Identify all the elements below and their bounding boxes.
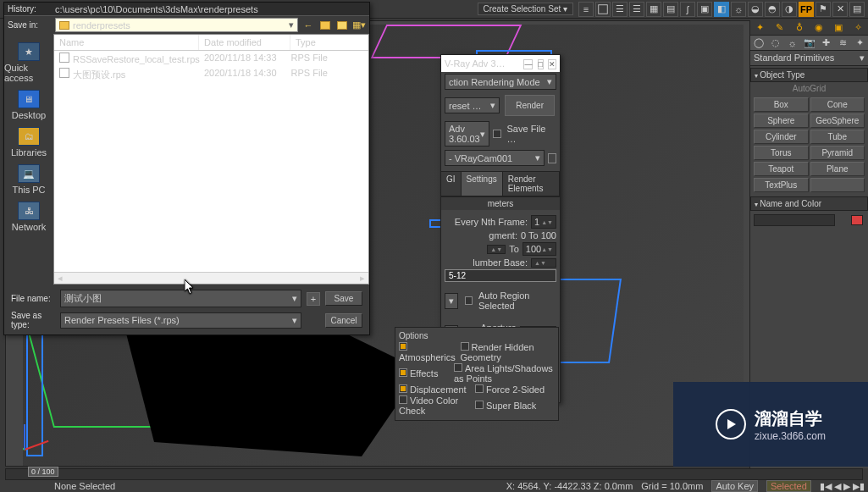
place-desktop[interactable]: 🖥Desktop [12,90,46,120]
toolbar-list-icon[interactable]: ☰ [612,2,628,17]
prim-button[interactable]: Plane [810,162,865,176]
up-icon[interactable] [318,19,332,32]
render-button[interactable]: Render [505,95,555,116]
util-tab-icon[interactable]: ✧ [849,20,868,35]
toolbar-teapot2-icon[interactable]: ◓ [765,2,780,17]
create-tab-icon[interactable]: ✦ [750,20,770,35]
place-libraries[interactable]: 🗂Libraries [11,127,47,158]
autokey-button[interactable]: Auto Key [711,480,758,492]
toolbar-schem-icon[interactable]: ▣ [697,2,712,17]
toolbar-grid-icon[interactable]: ▦ [646,2,661,17]
prim-button[interactable]: TextPlus [754,178,809,192]
file-row[interactable]: 大图预设.rps 2020/11/18 14:30 RPS File [54,66,368,83]
toolbar-teapot3-icon[interactable]: ◑ [782,2,797,17]
file-list-header[interactable]: Name Date modified Type [54,35,368,51]
col-type[interactable]: Type [290,35,368,50]
toolbar-material-icon[interactable]: ◧ [714,2,729,17]
toolbar-teapot1-icon[interactable]: ◒ [748,2,763,17]
keyfilter-button[interactable]: Selected [766,480,811,492]
prim-button[interactable]: Sphere [754,113,809,128]
preset-combo[interactable]: reset …▾ [445,97,500,113]
object-color-swatch[interactable] [851,215,863,225]
opt-check[interactable] [454,363,462,372]
toolbar-fp-icon[interactable]: FP [799,2,814,17]
helper-icon[interactable]: ✚ [817,36,834,50]
toolbar-x-icon[interactable]: ✕ [832,2,848,17]
region-combo[interactable]: ▾ [445,293,458,309]
hierarchy-tab-icon[interactable]: ♁ [789,20,809,35]
filename-input[interactable]: 测试小图▾ [60,290,301,307]
view-combo[interactable]: - VRayCam001▾ [445,150,545,166]
opt-check[interactable] [399,342,407,351]
play-controls[interactable]: ▮◀ ◀ ▶ ▶▮ [820,481,865,492]
back-icon[interactable]: ← [301,19,315,32]
to-spinner[interactable]: 100▲▼ [522,242,556,256]
tab-settings[interactable]: Settings [462,172,503,196]
close-icon[interactable]: ✕ [548,59,556,69]
place-network[interactable]: 🖧Network [12,202,46,232]
light-icon[interactable]: ☼ [784,36,801,50]
toolbar-layers-icon[interactable]: ▤ [663,2,678,17]
prim-button[interactable]: Tube [810,130,865,144]
time-slider[interactable]: 0 / 100 [28,467,58,477]
timeline[interactable]: 0 / 100 [5,468,863,480]
opt-check[interactable] [475,401,484,409]
rollout-namecolor[interactable]: Name and Color [750,196,868,211]
opt-check[interactable] [399,384,407,393]
minimize-icon[interactable]: — [523,59,533,69]
object-name-input[interactable] [754,214,835,226]
everynth-spinner[interactable]: 1▲▼ [531,215,556,229]
save-button[interactable]: Save [325,291,362,306]
toolbar-render-icon[interactable]: ☼ [731,2,746,17]
prim-button[interactable]: Cylinder [754,130,809,144]
target-combo[interactable]: ction Rendering Mode▾ [445,74,556,90]
camera-icon[interactable]: 📷 [801,36,818,50]
renderer-combo[interactable]: Adv 3.60.03▾ [445,121,489,146]
space-icon[interactable]: ≋ [834,36,851,50]
geom-icon[interactable]: ◯ [750,36,767,50]
place-thispc[interactable]: 💻This PC [12,164,45,195]
prim-button[interactable]: Box [754,97,809,112]
lock-icon[interactable] [548,153,556,163]
toolbar-list2-icon[interactable]: ☰ [629,2,644,17]
col-name[interactable]: Name [54,35,199,50]
prim-button[interactable]: Torus [754,146,809,160]
prim-button[interactable]: Cone [810,97,865,112]
toolbar-icon[interactable]: ≡ [578,2,594,17]
sys-icon[interactable]: ✦ [851,36,868,50]
render-titlebar[interactable]: V-Ray Adv 3… — □ ✕ [441,55,560,72]
category-combo[interactable]: Standard Primitives ▾ [750,51,868,66]
toolbar-curve-icon[interactable]: ∫ [680,2,695,17]
numbase-spinner[interactable]: ▲▼ [531,258,556,268]
prim-button[interactable]: Teapot [754,162,809,176]
file-list-scrollbar[interactable]: ◂▸ [54,272,368,284]
viewmenu-icon[interactable]: ▦▾ [352,19,366,32]
increment-button[interactable]: + [307,292,320,306]
modify-tab-icon[interactable]: ✎ [770,20,789,35]
motion-tab-icon[interactable]: ◉ [810,20,829,35]
place-quickaccess[interactable]: ★Quick access [4,42,53,83]
opt-check[interactable] [399,368,407,377]
cancel-button[interactable]: Cancel [325,313,362,328]
shape-icon[interactable]: ◌ [767,36,784,50]
col-date[interactable]: Date modified [199,35,290,50]
toolbar-flag-icon[interactable]: ⚑ [815,2,831,17]
file-row[interactable]: RSSaveRestore_local_test.rps 2020/11/18 … [54,51,368,66]
prim-button[interactable] [810,178,865,192]
rollout-objtype[interactable]: Object Type [750,68,868,82]
opt-check[interactable] [399,395,407,404]
toolbar-last-icon[interactable]: ▤ [849,2,865,17]
toolbar-icon[interactable] [595,2,611,17]
autogrid-checkbox[interactable]: AutoGrid [750,82,868,95]
autoregion-checkbox[interactable] [465,296,473,305]
tab-relem[interactable]: Render Elements [503,172,560,196]
maximize-icon[interactable]: □ [538,59,544,69]
opt-check[interactable] [475,384,484,393]
newfolder-icon[interactable] [335,19,349,32]
opt-check[interactable] [461,342,469,351]
display-tab-icon[interactable]: ▣ [829,20,849,35]
rollout-parameters[interactable]: meters [441,196,560,210]
tab-gi[interactable]: GI [441,172,462,196]
savein-combo[interactable]: renderpresets ▾ [55,18,298,32]
prim-button[interactable]: Pyramid [810,146,865,160]
